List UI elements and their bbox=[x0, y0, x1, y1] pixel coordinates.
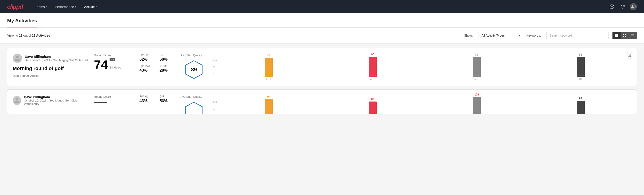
bar-app-2: 83 APP bbox=[322, 98, 423, 114]
ott-label: OTT bbox=[266, 78, 271, 80]
bar-ott-2: 94 OTT bbox=[218, 95, 319, 114]
arg-value-2: 106 bbox=[474, 93, 479, 96]
bar-ott: 85 OTT bbox=[218, 54, 319, 80]
activity-card: Dave Billingham December 05, 2021 - Gog … bbox=[7, 48, 637, 86]
bar-app: 90 APP bbox=[322, 53, 423, 80]
avg-shot-quality-label-2: Avg Shot Quality bbox=[180, 95, 207, 98]
chart2-y-100: 100 bbox=[213, 100, 217, 103]
svg-rect-9 bbox=[625, 36, 626, 37]
view-list-wide-button[interactable] bbox=[628, 32, 637, 39]
updown-label: Up/Down bbox=[140, 64, 155, 68]
nav-right: ▾ bbox=[608, 3, 637, 10]
card-stats-2: FW Hit 43% GIR 56% bbox=[140, 95, 175, 103]
gir-value: 50% bbox=[160, 57, 175, 62]
oneputt-stat: 1 Putt 28% bbox=[160, 64, 175, 73]
fw-hit-stat-2: FW Hit 43% bbox=[140, 95, 155, 103]
arg-label: ARG bbox=[474, 78, 479, 80]
refresh-icon[interactable] bbox=[619, 3, 626, 10]
keywords-label: Keywords: bbox=[526, 34, 541, 37]
gir-label: GIR bbox=[160, 54, 175, 57]
view-grid-button[interactable] bbox=[620, 32, 628, 39]
svg-marker-15 bbox=[186, 102, 202, 114]
user-name-2: Dave Billingham bbox=[24, 95, 88, 99]
avg-shot-quality-2: Avg Shot Quality bbox=[180, 95, 207, 114]
chart2-y-50: 50 bbox=[213, 108, 217, 110]
svg-rect-3 bbox=[615, 34, 618, 34]
card-user-2: Dave Billingham October 16, 2021 - Gog M… bbox=[13, 95, 88, 106]
app-value-2: 83 bbox=[371, 98, 374, 101]
navigation: clippd Teams ▾ Performance ▾ Activities … bbox=[0, 0, 644, 14]
updown-stat: Up/Down 43% bbox=[140, 64, 155, 73]
fw-hit-value-2: 43% bbox=[140, 98, 155, 103]
user-info-2: Dave Billingham October 16, 2021 - Gog M… bbox=[24, 95, 88, 106]
ott-value-2: 94 bbox=[267, 95, 270, 98]
svg-rect-8 bbox=[623, 36, 624, 37]
card-user: Dave Billingham December 05, 2021 - Gog … bbox=[13, 54, 88, 63]
nav-item-activities[interactable]: Activities bbox=[81, 3, 100, 10]
gir-stat: GIR 50% bbox=[160, 54, 175, 62]
round-score-2: Round Score bbox=[94, 95, 134, 103]
score-number: 74 bbox=[94, 58, 108, 71]
page-header: My Activities bbox=[0, 14, 644, 28]
view-buttons bbox=[612, 32, 637, 39]
search-input[interactable] bbox=[546, 32, 609, 39]
user-avatar[interactable]: ▾ bbox=[630, 3, 637, 10]
chart-y-100: 100 bbox=[213, 59, 217, 62]
shot-quality-chart-2: 100 50 0 94 OTT 83 APP bbox=[213, 95, 631, 114]
putt-value: 89 bbox=[579, 53, 582, 56]
main-content: Dave Billingham December 05, 2021 - Gog … bbox=[0, 44, 644, 122]
chart-y-0: 0 bbox=[213, 73, 217, 76]
fw-hit-value: 62% bbox=[140, 57, 155, 62]
svg-rect-6 bbox=[623, 34, 624, 35]
round-score-label: Round Score bbox=[94, 54, 134, 57]
gir-label-2: GIR bbox=[160, 95, 175, 98]
arg-value: 89 bbox=[475, 53, 478, 56]
holes-count: 18 Holes bbox=[110, 66, 121, 69]
putt-value-2: 87 bbox=[579, 97, 582, 100]
data-source: Data Source: Arccos bbox=[13, 74, 88, 78]
add-circle-icon[interactable] bbox=[608, 3, 616, 10]
activity-type-select[interactable]: All Activity Types bbox=[478, 32, 523, 39]
ott-value: 85 bbox=[267, 54, 270, 57]
oneputt-label: 1 Putt bbox=[160, 64, 175, 68]
round-score-label-2: Round Score bbox=[94, 95, 134, 98]
activity-title: Morning round of golf bbox=[13, 66, 88, 72]
fw-hit-label: FW Hit bbox=[140, 54, 155, 57]
user-info: Dave Billingham December 05, 2021 - Gog … bbox=[25, 55, 88, 62]
svg-rect-13 bbox=[631, 37, 634, 37]
card-left-2: Dave Billingham October 16, 2021 - Gog M… bbox=[13, 95, 88, 108]
chevron-down-icon: ▾ bbox=[75, 6, 76, 8]
logo[interactable]: clippd bbox=[7, 3, 23, 10]
svg-rect-10 bbox=[631, 34, 634, 34]
view-list-dense-button[interactable] bbox=[612, 32, 620, 39]
hexagon-2 bbox=[184, 101, 204, 114]
activity-type-select-wrapper[interactable]: All Activity Types bbox=[478, 32, 523, 39]
svg-rect-4 bbox=[615, 35, 618, 36]
activity-date: December 05, 2021 - Gog Magog Golf Club … bbox=[25, 58, 88, 62]
viewing-count: Viewing 12 out of 29 Activities bbox=[7, 34, 460, 37]
nav-item-teams[interactable]: Teams ▾ bbox=[32, 3, 50, 10]
hexagon-container: 89 bbox=[180, 60, 207, 80]
nav-items: Teams ▾ Performance ▾ Activities bbox=[32, 3, 608, 10]
bar-arg-2: 106 ARG bbox=[426, 93, 527, 114]
hexagon: 89 bbox=[184, 60, 204, 80]
bar-putt: 89 PUTT bbox=[530, 53, 631, 80]
svg-rect-11 bbox=[631, 35, 634, 36]
svg-rect-12 bbox=[631, 36, 634, 36]
show-label: Show: bbox=[464, 34, 473, 37]
shot-quality-value: 89 bbox=[191, 66, 197, 73]
chevron-down-icon: ▾ bbox=[46, 6, 47, 8]
shot-quality-chart: 100 50 0 85 OTT 90 APP bbox=[213, 54, 631, 80]
app-label: APP bbox=[370, 78, 375, 80]
avg-shot-quality: Avg Shot Quality 89 bbox=[180, 54, 207, 80]
putt-label: PUTT bbox=[578, 78, 584, 80]
activity-card-2: Dave Billingham October 16, 2021 - Gog M… bbox=[7, 90, 637, 114]
nav-item-performance[interactable]: Performance ▾ bbox=[52, 3, 79, 10]
round-score: Round Score 74 +4 18 Holes bbox=[94, 54, 134, 72]
avg-shot-quality-label: Avg Shot Quality bbox=[180, 54, 207, 57]
card-stats: FW Hit 62% GIR 50% Up/Down 43% 1 Putt 28… bbox=[140, 54, 175, 73]
gir-stat-2: GIR 56% bbox=[160, 95, 175, 103]
bar-putt-2: 87 PUTT bbox=[530, 97, 631, 114]
gir-value-2: 56% bbox=[160, 98, 175, 103]
svg-rect-5 bbox=[615, 36, 618, 37]
